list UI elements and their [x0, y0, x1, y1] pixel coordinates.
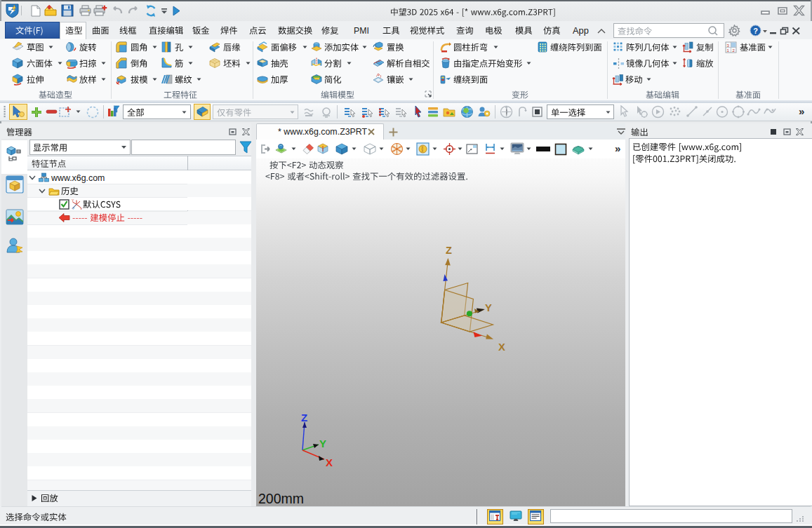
svg-text:Z: Z: [72, 207, 74, 210]
svg-text:Y: Y: [72, 199, 74, 203]
svg-text:?: ?: [753, 27, 758, 35]
svg-text:X: X: [80, 207, 82, 210]
